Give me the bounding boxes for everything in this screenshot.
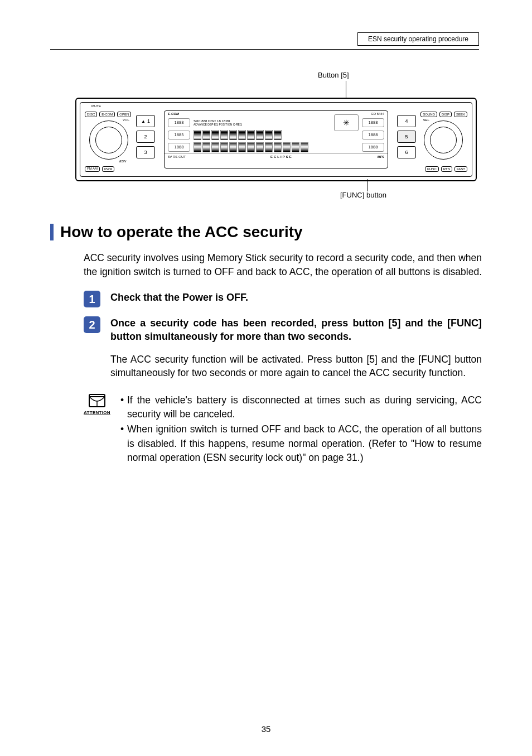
step-2-title: Once a security code has been recorded, … (110, 316, 482, 344)
section-heading: How to operate the ACC security (60, 223, 303, 241)
seg-r3: 1888 (168, 143, 190, 152)
seg-r1: 1888 (168, 118, 190, 127)
seg-r3r: 1888 (362, 143, 384, 152)
step-number-badge: 1 (84, 291, 100, 307)
sel-label: SEL (423, 118, 429, 122)
volume-knob[interactable] (89, 121, 128, 160)
panel-eclipse: ECLIPSE (270, 155, 293, 158)
section-heading-row: How to operate the ACC security (50, 223, 482, 241)
sound-button[interactable]: SOUND (420, 112, 437, 117)
page-number: 35 (0, 724, 532, 734)
disp-button[interactable]: DISP (439, 112, 452, 117)
seg-r2r: 1888 (362, 131, 384, 139)
preset-6-button[interactable]: 6 (397, 146, 416, 158)
callout-button-5: Button [5] (318, 71, 349, 79)
right-preset-column: 4 5 6 (397, 115, 416, 158)
mute-label: MUTE (91, 104, 101, 108)
top-right-button-group: SOUND DISP SEEK (420, 112, 467, 117)
track-icon: ✳ (334, 114, 359, 131)
vol-label: VOL (123, 118, 129, 122)
heading-accent-bar (50, 224, 54, 240)
attention-icon: ATTENTION (84, 393, 110, 415)
panel-indicators: SRC 888 DISC 18 18:88 ADVANCE DSP EQ POS… (194, 119, 331, 126)
rtn-button[interactable]: RTN (441, 166, 452, 172)
ecom-button[interactable]: E-COM (99, 112, 115, 117)
seg-r1r: 1888 (362, 118, 384, 127)
callout-line-top (346, 81, 346, 98)
spectrum-row-2 (194, 142, 359, 152)
panel-rsout: 5V RS-OUT (168, 155, 186, 158)
bottom-left-button-group: FM AM PWR (85, 166, 114, 172)
fast-button[interactable]: FAST (454, 166, 467, 172)
seg-r2: 1885 (168, 131, 190, 139)
attention-block: ATTENTION • If the vehicle's battery is … (84, 393, 482, 466)
step-2-body: The ACC security function will be activa… (110, 353, 482, 380)
callout-line-bottom (367, 179, 367, 191)
preset-2-button[interactable]: 2 (136, 131, 155, 143)
fm-am-button[interactable]: FM AM (85, 166, 100, 172)
preset-3-button[interactable]: 3 (136, 146, 155, 158)
eject-icon: ▲ (141, 119, 146, 124)
left-preset-column: ▲ 1 2 3 (136, 115, 155, 158)
top-left-button-group: DISC E-COM OPEN (85, 112, 131, 117)
attention-bullet-1: If the vehicle's battery is disconnected… (127, 393, 482, 422)
header-section-label: ESN security operating procedure (357, 32, 479, 46)
header-rule (50, 49, 479, 50)
open-button[interactable]: OPEN (117, 112, 131, 117)
esn-label: ESN (119, 160, 126, 163)
callout-func-button: [FUNC] button (340, 191, 386, 199)
panel-brand: E-COM (168, 112, 179, 115)
preset-4-button[interactable]: 4 (397, 115, 416, 127)
lcd-display: E-COM CD 5444 1888 SRC 888 DISC 18 18:88… (164, 110, 388, 168)
preset-5-button[interactable]: 5 (397, 131, 416, 143)
step-2: 2 Once a security code has been recorded… (84, 316, 482, 344)
spectrum-row-1 (194, 130, 359, 140)
panel-model: CD 5444 (371, 112, 384, 115)
func-button[interactable]: FUNC (425, 166, 439, 172)
attention-label: ATTENTION (84, 410, 110, 415)
panel-mp3: MP3 (378, 155, 384, 158)
attention-bullet-2: When ignition switch is turned OFF and b… (127, 422, 482, 465)
bullet-icon: • (120, 393, 127, 422)
bottom-right-button-group: FUNC RTN FAST (425, 166, 467, 172)
car-stereo-unit: MUTE DISC E-COM OPEN VOL ESN FM AM PWR ▲… (75, 98, 477, 181)
device-inner-frame: MUTE DISC E-COM OPEN VOL ESN FM AM PWR ▲… (80, 102, 472, 177)
pwr-button[interactable]: PWR (102, 166, 114, 172)
intro-paragraph: ACC security involves using Memory Stick… (84, 251, 482, 278)
seek-button[interactable]: SEEK (454, 112, 467, 117)
step-number-badge: 2 (84, 316, 100, 333)
bullet-icon: • (120, 422, 127, 465)
step-1: 1 Check that the Power is OFF. (84, 291, 482, 307)
disc-button[interactable]: DISC (85, 112, 97, 117)
select-knob[interactable] (424, 121, 463, 160)
device-diagram: Button [5] MUTE DISC E-COM OPEN VOL ESN … (50, 75, 482, 206)
preset-1-button[interactable]: ▲ 1 (136, 115, 155, 127)
attention-text: • If the vehicle's battery is disconnect… (120, 393, 482, 466)
step-1-title: Check that the Power is OFF. (110, 291, 482, 304)
